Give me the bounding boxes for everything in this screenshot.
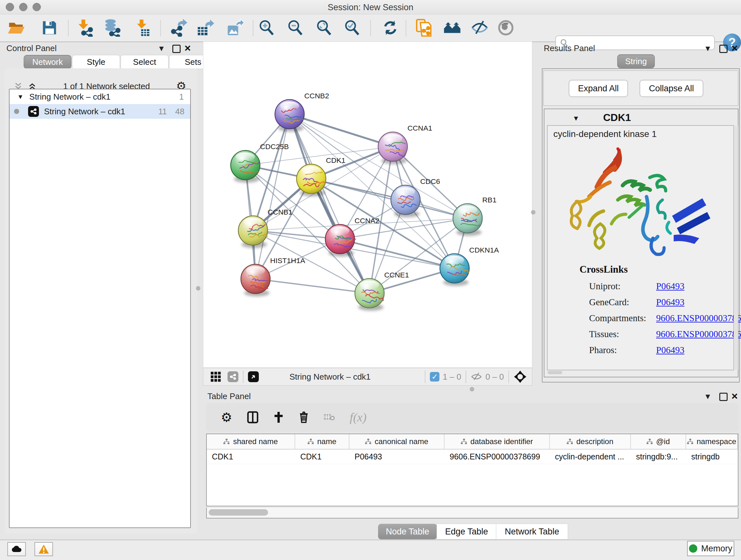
node-CCNE1[interactable]: [355, 279, 384, 311]
results-panel-maximize-icon[interactable]: [719, 45, 728, 53]
save-session-button[interactable]: [40, 18, 59, 37]
apply-layout-button[interactable]: [381, 18, 400, 37]
open-session-button[interactable]: [7, 18, 25, 37]
crosslink-label: GeneCard:: [589, 297, 656, 307]
clear-table-icon[interactable]: [324, 413, 335, 422]
left-splitter-handle[interactable]: [196, 286, 200, 291]
column-header-canonicalname[interactable]: canonical name: [349, 434, 445, 449]
edge-CCNB2-HIST1H1A[interactable]: [256, 114, 290, 279]
zoom-in-button[interactable]: [257, 18, 276, 37]
network-collection-row[interactable]: ▼ String Network – cdk1 1: [10, 89, 190, 104]
collection-expand-icon[interactable]: ▼: [17, 93, 23, 101]
column-header-id[interactable]: @id: [631, 434, 686, 449]
node-RB1[interactable]: [453, 204, 482, 236]
node-CCNB2[interactable]: [275, 100, 306, 132]
tab-select[interactable]: Select: [121, 55, 169, 69]
horizontal-splitter-handle[interactable]: [470, 387, 474, 391]
control-panel-close-icon[interactable]: ×: [185, 45, 191, 51]
cell-canonicalname[interactable]: P06493: [349, 449, 445, 464]
cell-name[interactable]: CDK1: [295, 449, 349, 464]
export-image-button[interactable]: [226, 18, 245, 37]
network-canvas[interactable]: CCNB2CCNA1CDC25BCDK1CDC6RB1CCNB1CCNA2CDK…: [203, 42, 532, 368]
zoom-out-button[interactable]: [286, 18, 305, 37]
tab-node-table[interactable]: Node Table: [378, 523, 437, 540]
export-network-button[interactable]: [169, 18, 188, 37]
cell-id[interactable]: stringdb:9...: [631, 449, 686, 464]
node-HIST1H1A[interactable]: [241, 264, 270, 297]
column-header-name[interactable]: name: [295, 434, 349, 449]
show-all-button[interactable]: [496, 18, 515, 37]
results-panel-close-icon[interactable]: ×: [731, 45, 738, 51]
cell-namespace[interactable]: stringdb: [686, 449, 738, 464]
hidden-eye-slash-icon[interactable]: [471, 372, 482, 381]
results-panel-float-icon[interactable]: ▼: [704, 44, 712, 53]
import-network-database-button[interactable]: [103, 18, 121, 37]
results-vertical-scrollbar[interactable]: [734, 126, 738, 370]
node-CCNA1[interactable]: [378, 132, 408, 164]
control-panel-maximize-icon[interactable]: [172, 45, 181, 53]
birds-eye-view-icon[interactable]: [514, 370, 527, 383]
tab-string[interactable]: String: [617, 54, 655, 68]
memory-button[interactable]: Memory: [687, 541, 734, 556]
delete-column-icon[interactable]: [299, 411, 309, 424]
cell-databaseidentifier[interactable]: 9606.ENSP00000378699: [445, 449, 550, 464]
edge-HIST1H1A-CCNE1[interactable]: [256, 279, 369, 294]
table-horizontal-scrollbar[interactable]: [206, 508, 738, 518]
export-table-button[interactable]: [196, 18, 214, 37]
grid-view-icon[interactable]: [210, 371, 221, 382]
crosslink-link[interactable]: 9606.ENSP00000378699: [656, 313, 741, 323]
crosslink-link[interactable]: P06493: [656, 281, 684, 292]
crosslink-link[interactable]: P06493: [656, 345, 684, 355]
tab-edge-table[interactable]: Edge Table: [436, 523, 496, 540]
tab-network[interactable]: Network: [23, 55, 71, 69]
crosslink-link[interactable]: 9606.ENSP00000378699: [656, 329, 741, 339]
node-CCNA2[interactable]: [325, 225, 356, 257]
node-CDC6[interactable]: [391, 185, 420, 217]
node-CDK1[interactable]: [296, 164, 326, 196]
open-in-new-window-button[interactable]: [248, 371, 259, 382]
string-home-button[interactable]: [443, 18, 461, 37]
node-CCNB1[interactable]: [239, 216, 268, 248]
table-row[interactable]: CDK1CDK1P064939606.ENSP00000378699cyclin…: [207, 449, 738, 464]
tab-style[interactable]: Style: [72, 55, 120, 69]
fit-content-button[interactable]: [315, 18, 333, 37]
warnings-button[interactable]: [35, 542, 53, 556]
function-builder-icon[interactable]: f(x): [350, 410, 367, 424]
selected-checkbox-icon[interactable]: ✓: [430, 372, 440, 381]
node-CDC25B[interactable]: [231, 150, 260, 183]
hide-selected-button[interactable]: [470, 18, 489, 37]
import-table-button[interactable]: [133, 18, 152, 37]
node-CDKN1A[interactable]: [440, 254, 469, 286]
edge-CCNB2-CCNE1[interactable]: [289, 114, 369, 294]
cloud-services-button[interactable]: [7, 542, 26, 556]
add-column-icon[interactable]: [273, 411, 284, 423]
network-badge-icon[interactable]: [227, 371, 239, 382]
right-splitter-handle[interactable]: [531, 210, 536, 214]
show-columns-icon[interactable]: [247, 411, 259, 424]
results-horizontal-scrollbar[interactable]: [548, 371, 562, 374]
import-network-file-button[interactable]: [76, 18, 94, 37]
edge-CDK1-RB1[interactable]: [311, 179, 468, 219]
tab-network-table[interactable]: Network Table: [496, 523, 568, 540]
edge-CCNA2-CDKN1A[interactable]: [340, 239, 455, 268]
protein-collapse-icon[interactable]: ▼: [572, 114, 580, 123]
collapse-all-button[interactable]: Collapse All: [639, 80, 703, 97]
cell-sharedname[interactable]: CDK1: [207, 449, 295, 464]
expand-all-button[interactable]: Expand All: [569, 80, 628, 97]
column-header-namespace[interactable]: namespace: [686, 434, 738, 449]
control-panel-float-icon[interactable]: ▼: [158, 44, 165, 53]
table-panel-close-icon[interactable]: ×: [731, 393, 738, 399]
column-header-description[interactable]: description: [550, 434, 631, 449]
cell-description[interactable]: cyclin-dependent ...: [550, 449, 631, 464]
clone-network-button[interactable]: [415, 18, 433, 37]
zoom-selected-button[interactable]: [343, 18, 361, 37]
table-panel-float-icon[interactable]: ▼: [704, 392, 712, 401]
column-header-sharedname[interactable]: shared name: [207, 434, 295, 449]
crosslink-link[interactable]: P06493: [656, 297, 684, 307]
column-header-databaseidentifier[interactable]: database identifier: [445, 434, 550, 449]
table-scrollbar-thumb[interactable]: [209, 509, 268, 516]
table-panel-maximize-icon[interactable]: [719, 393, 728, 401]
network-row[interactable]: String Network – cdk1 11 48: [10, 104, 190, 119]
table-options-gear-icon[interactable]: ⚙: [221, 410, 232, 425]
network-edge-count: 48: [175, 107, 185, 117]
